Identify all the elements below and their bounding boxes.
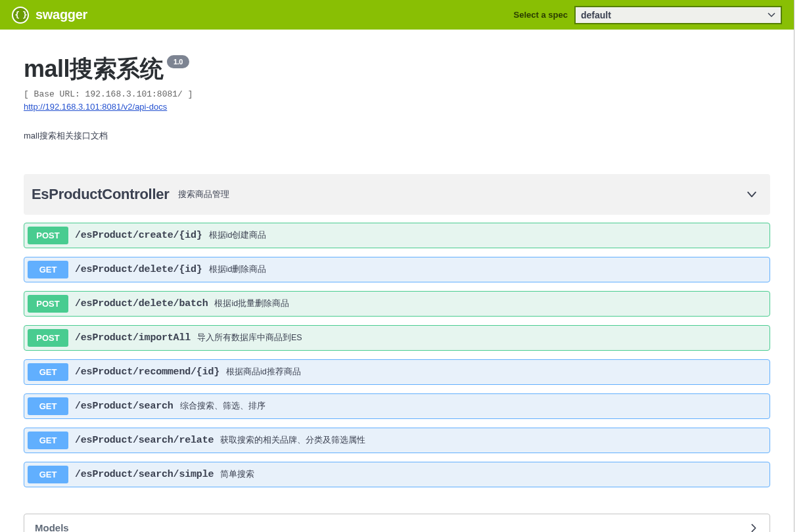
operation-summary: 获取搜索的相关品牌、分类及筛选属性 [220,435,365,446]
opblock-post-0[interactable]: POST/esProduct/create/{id}根据id创建商品 [24,223,770,248]
brand-text: swagger [35,7,87,22]
opblock-get-5[interactable]: GET/esProduct/search综合搜索、筛选、排序 [24,393,770,419]
version-badge: 1.0 [167,55,189,68]
opblock-post-3[interactable]: POST/esProduct/importAll导入所有数据库中商品到ES [24,325,770,351]
http-method-badge: GET [28,397,68,415]
operation-path: /esProduct/recommend/{id} [75,366,219,378]
http-method-badge: POST [28,227,68,244]
tag-header-esproductcontroller[interactable]: EsProductController 搜索商品管理 [24,174,770,215]
operation-path: /esProduct/delete/batch [75,298,208,309]
operation-path: /esProduct/search/simple [75,469,214,480]
operation-path: /esProduct/create/{id} [75,230,202,241]
operation-summary: 综合搜索、筛选、排序 [180,401,265,412]
api-title-text: mall搜索系统 [24,53,163,85]
http-method-badge: GET [28,432,68,449]
models-section[interactable]: Models [24,514,770,532]
base-url: [ Base URL: 192.168.3.101:8081/ ] [24,89,770,99]
opblock-get-1[interactable]: GET/esProduct/delete/{id}根据id删除商品 [24,257,770,282]
operation-path: /esProduct/search [75,401,173,412]
operation-summary: 简单搜索 [220,469,254,480]
opblock-get-4[interactable]: GET/esProduct/recommend/{id}根据商品id推荐商品 [24,359,770,385]
http-method-badge: GET [28,363,68,381]
api-description: mall搜索相关接口文档 [24,130,770,142]
opblock-get-6[interactable]: GET/esProduct/search/relate获取搜索的相关品牌、分类及… [24,428,770,453]
api-title: mall搜索系统 1.0 [24,53,770,85]
models-title: Models [35,522,69,532]
operation-summary: 根据商品id推荐商品 [226,366,301,378]
operation-path: /esProduct/delete/{id} [75,264,202,275]
tag-name: EsProductController [32,186,169,203]
opblock-get-7[interactable]: GET/esProduct/search/simple简单搜索 [24,462,770,487]
topbar: swagger Select a spec default [0,0,794,30]
operation-summary: 根据id创建商品 [209,230,267,241]
http-method-badge: GET [28,261,68,278]
operation-summary: 导入所有数据库中商品到ES [197,332,302,344]
spec-select-label: Select a spec [514,10,568,20]
operation-path: /esProduct/search/relate [75,435,214,446]
swagger-logo-icon [12,7,29,24]
chevron-right-icon [748,523,759,533]
swagger-brand: swagger [12,7,87,24]
spec-select[interactable]: default [574,6,782,24]
api-docs-link[interactable]: http://192.168.3.101:8081/v2/api-docs [24,102,770,112]
operation-path: /esProduct/importAll [75,332,191,344]
operation-summary: 根据id删除商品 [209,264,267,275]
tag-description: 搜索商品管理 [178,188,229,200]
opblock-post-2[interactable]: POST/esProduct/delete/batch根据id批量删除商品 [24,291,770,317]
chevron-down-icon [745,188,758,201]
http-method-badge: POST [28,295,68,313]
api-info: mall搜索系统 1.0 [ Base URL: 192.168.3.101:8… [24,53,770,142]
http-method-badge: GET [28,466,68,483]
operation-summary: 根据id批量删除商品 [214,298,289,309]
http-method-badge: POST [28,329,68,347]
